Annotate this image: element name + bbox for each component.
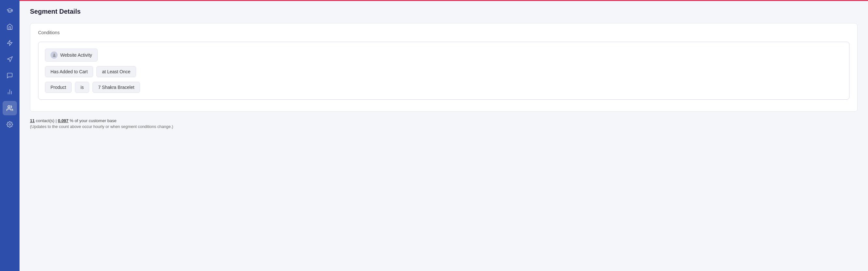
sidebar-item-graduation[interactable] [3, 3, 17, 18]
website-activity-label: Website Activity [60, 53, 92, 58]
sidebar [0, 0, 20, 271]
action-label: Has Added to Cart [51, 69, 88, 74]
action-pill[interactable]: Has Added to Cart [45, 66, 93, 77]
person-icon [51, 52, 58, 59]
sidebar-item-lightning[interactable] [3, 36, 17, 50]
contacts-label: contact(s) [36, 118, 54, 123]
svg-point-4 [8, 106, 10, 108]
condition-row-action: Has Added to Cart at Least Once [45, 66, 843, 77]
conditions-label: Conditions [38, 30, 849, 35]
condition-row-attribute: Product is 7 Shakra Bracelet [45, 82, 843, 93]
footer-info: 11 contact(s) | 0.097 % of your customer… [30, 118, 858, 129]
percentage-value: 0.097 [58, 118, 69, 123]
condition-block: Website Activity Has Added to Cart at Le… [38, 42, 849, 100]
footer-note: (Updates to the count above occur hourly… [30, 124, 858, 129]
svg-point-5 [9, 124, 11, 125]
attribute-label: Product [51, 85, 66, 90]
sidebar-item-chart[interactable] [3, 85, 17, 99]
page-title: Segment Details [30, 8, 858, 15]
svg-marker-0 [7, 40, 12, 46]
sidebar-item-chat[interactable] [3, 68, 17, 83]
attribute-pill[interactable]: Product [45, 82, 72, 93]
frequency-label: at Least Once [102, 69, 130, 74]
svg-point-6 [53, 53, 55, 55]
main-content: Segment Details Conditions Website Activ… [20, 0, 868, 271]
operator-pill[interactable]: is [75, 82, 89, 93]
sidebar-item-megaphone[interactable] [3, 52, 17, 66]
separator: | [56, 118, 58, 123]
sidebar-item-home[interactable] [3, 20, 17, 34]
percentage-suffix: % of your customer base [70, 118, 117, 123]
operator-label: is [81, 85, 84, 90]
frequency-pill[interactable]: at Least Once [96, 66, 136, 77]
condition-row-activity: Website Activity [45, 49, 843, 62]
website-activity-pill[interactable]: Website Activity [45, 49, 98, 62]
conditions-card: Conditions Website Activity Has [30, 23, 858, 112]
sidebar-item-users[interactable] [3, 101, 17, 115]
top-accent-bar [20, 0, 868, 1]
value-label: 7 Shakra Bracelet [98, 85, 134, 90]
contacts-count: 11 [30, 118, 34, 123]
sidebar-item-settings[interactable] [3, 117, 17, 131]
value-pill[interactable]: 7 Shakra Bracelet [92, 82, 140, 93]
